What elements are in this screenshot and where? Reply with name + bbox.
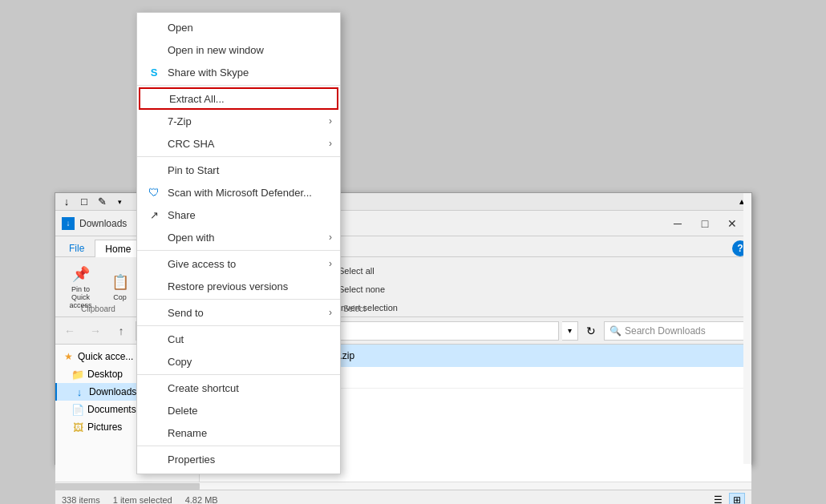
menu-defender-label: Scan with Microsoft Defender... xyxy=(168,187,312,199)
crc-arrow: › xyxy=(329,138,332,149)
refresh-btn[interactable]: ↻ xyxy=(581,321,601,341)
details-view-btn[interactable]: ☰ xyxy=(710,493,726,505)
menu-crc-sha[interactable]: CRC SHA › xyxy=(137,132,340,155)
scrollbar-thumb-h xyxy=(55,483,200,490)
open-with-arrow: › xyxy=(329,232,332,243)
quick-access-icon: ★ xyxy=(62,350,75,363)
menu-extract-all[interactable]: Extract All... xyxy=(139,87,338,110)
copy-context-icon xyxy=(147,354,161,369)
menu-sep-1 xyxy=(137,85,340,86)
window-icon: ↓ xyxy=(62,217,75,230)
select-none-label: Select none xyxy=(338,284,385,294)
select-all-label: Select all xyxy=(338,266,375,276)
menu-restore-label: Restore previous versions xyxy=(168,280,288,292)
menu-share[interactable]: ↗ Share xyxy=(137,204,340,226)
clipboard-group-label: Clipboard xyxy=(81,304,115,313)
address-dropdown[interactable]: ▾ xyxy=(562,321,578,341)
documents-icon: 📄 xyxy=(71,403,84,416)
horizontal-scrollbar[interactable] xyxy=(55,482,751,490)
close-btn[interactable]: ✕ xyxy=(719,212,745,235)
give-access-arrow: › xyxy=(329,258,332,269)
send-to-arrow: › xyxy=(329,307,332,318)
search-placeholder: Search Downloads xyxy=(625,325,706,337)
menu-pin-start[interactable]: Pin to Start xyxy=(137,159,340,181)
qa-edit-btn[interactable]: ✎ xyxy=(94,195,110,209)
menu-send-to[interactable]: Send to › xyxy=(137,301,340,324)
menu-create-shortcut[interactable]: Create shortcut xyxy=(137,377,340,399)
menu-defender[interactable]: 🛡 Scan with Microsoft Defender... xyxy=(137,181,340,204)
defender-icon: 🛡 xyxy=(147,185,161,200)
copy-icon: 📋 xyxy=(111,272,130,292)
menu-7zip-label: 7-Zip xyxy=(168,115,192,127)
downloads-icon: ↓ xyxy=(73,385,86,398)
menu-crc-label: CRC SHA xyxy=(168,138,215,150)
menu-delete-label: Delete xyxy=(168,405,198,417)
title-bar-left: ↓ Downloads xyxy=(62,217,127,230)
menu-copy-label: Copy xyxy=(168,356,192,368)
shortcut-icon xyxy=(147,381,161,395)
menu-sep-7 xyxy=(137,446,340,446)
sidebar-desktop-label: Desktop xyxy=(87,369,123,380)
window-title: Downloads xyxy=(79,218,127,229)
title-controls: ─ □ ✕ xyxy=(665,212,745,235)
menu-cut[interactable]: Cut xyxy=(137,328,340,350)
crc-icon xyxy=(147,136,161,151)
copy-label: Cop xyxy=(113,293,127,301)
menu-share-label: Share xyxy=(168,209,196,221)
restore-icon xyxy=(147,279,161,293)
list-view-btn[interactable]: ⊞ xyxy=(729,493,745,505)
sidebar-pictures-label: Pictures xyxy=(87,421,122,433)
up-btn[interactable]: ↑ xyxy=(110,320,132,342)
context-menu: Open Open in new window S Share with Sky… xyxy=(136,12,341,474)
7zip-arrow: › xyxy=(329,115,332,127)
selected-size: 4.82 MB xyxy=(185,495,218,505)
menu-rename[interactable]: Rename xyxy=(137,421,340,444)
delete-icon xyxy=(147,403,161,417)
qa-back-btn[interactable]: ↓ xyxy=(59,195,75,209)
menu-give-access[interactable]: Give access to › xyxy=(137,252,340,275)
menu-7zip[interactable]: 7-Zip › xyxy=(137,110,340,132)
back-btn[interactable]: ← xyxy=(59,320,81,342)
menu-sep-3 xyxy=(137,250,340,251)
item-count: 338 items xyxy=(62,495,100,505)
menu-sep-5 xyxy=(137,325,340,326)
forward-btn[interactable]: → xyxy=(84,320,107,342)
sidebar-quick-access-label: Quick acce... xyxy=(78,351,133,362)
menu-open-new-window[interactable]: Open in new window xyxy=(137,38,340,61)
menu-extract-label: Extract All... xyxy=(169,93,225,105)
menu-open-with-label: Open with xyxy=(168,232,215,244)
menu-new-window-icon xyxy=(147,42,161,57)
menu-share-skype[interactable]: S Share with Skype xyxy=(137,61,340,83)
desktop-icon: 📁 xyxy=(71,368,84,381)
give-access-icon xyxy=(147,256,161,271)
properties-context-icon xyxy=(147,452,161,466)
qa-dropdown-btn[interactable]: ▾ xyxy=(111,195,128,209)
menu-sep-4 xyxy=(137,299,340,300)
selected-count: 1 item selected xyxy=(113,495,172,505)
menu-send-to-label: Send to xyxy=(168,307,204,319)
search-bar[interactable]: 🔍 Search Downloads xyxy=(604,321,748,341)
tab-home[interactable]: Home xyxy=(95,240,141,257)
menu-pin-start-label: Pin to Start xyxy=(168,164,219,176)
status-left: 338 items 1 item selected 4.82 MB xyxy=(62,495,218,505)
rename-icon xyxy=(147,425,161,440)
menu-copy[interactable]: Copy xyxy=(137,350,340,373)
menu-open-with[interactable]: Open with › xyxy=(137,226,340,248)
share-icon: ↗ xyxy=(147,208,161,222)
menu-open[interactable]: Open xyxy=(137,16,340,38)
menu-delete[interactable]: Delete xyxy=(137,399,340,421)
minimize-btn[interactable]: ─ xyxy=(665,212,690,235)
tab-file[interactable]: File xyxy=(59,239,95,256)
send-to-icon xyxy=(147,305,161,320)
menu-create-shortcut-label: Create shortcut xyxy=(168,382,239,394)
cut-icon xyxy=(147,332,161,346)
menu-restore-versions[interactable]: Restore previous versions xyxy=(137,275,340,297)
qa-save-btn[interactable]: □ xyxy=(76,195,92,209)
vertical-scrollbar[interactable] xyxy=(743,193,751,464)
menu-sep-6 xyxy=(137,374,340,375)
pin-start-icon xyxy=(147,163,161,177)
select-group-label: Select xyxy=(343,304,366,313)
maximize-btn[interactable]: □ xyxy=(692,212,718,235)
menu-properties[interactable]: Properties xyxy=(137,448,340,470)
open-with-icon xyxy=(147,230,161,244)
